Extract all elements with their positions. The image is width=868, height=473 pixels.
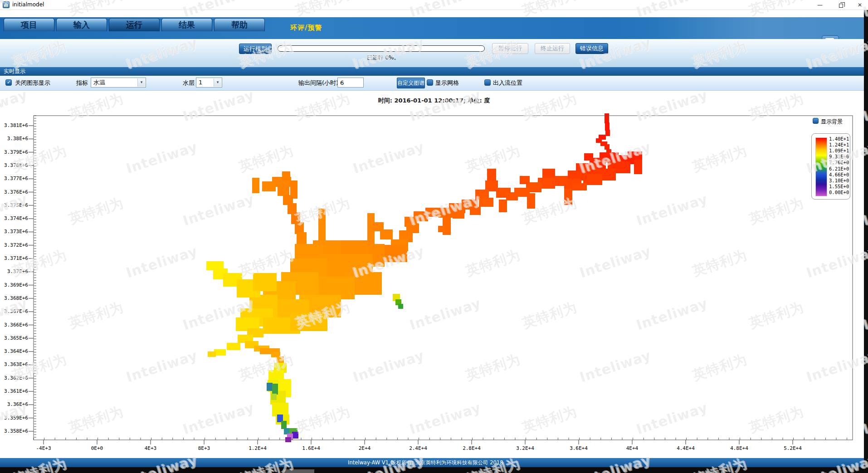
x-tick-label: 4E+3	[135, 445, 166, 451]
x-tick-label: 5.2E+4	[777, 445, 809, 451]
menu-ribbon: 项目输入运行结果帮助 环评/预警	[0, 17, 868, 39]
y-tick-label: 3.377E+6	[0, 176, 28, 181]
indicator-value: 水温	[93, 79, 105, 86]
inout-flow-label: 出入流位置	[493, 79, 522, 87]
y-tick-label: 3.366E+6	[0, 322, 28, 328]
legend-value-label: 9.31E+0	[829, 154, 850, 159]
status-copyright: 版权所有: 北京英特利为环境科技有限公司 2018	[391, 458, 503, 467]
legend-value-label: 3.10E+0	[829, 178, 850, 183]
heatmap-cells	[206, 113, 642, 442]
y-tick-label: 3.36E+6	[0, 401, 28, 407]
color-legend: 1.40E+11.24E+11.09E+19.31E+07.76E+06.21E…	[811, 133, 850, 200]
x-tick-label: 2E+4	[349, 445, 380, 451]
y-tick-label: 3.358E+6	[0, 428, 28, 434]
y-tick-label: 3.38E+6	[0, 136, 28, 141]
error-info-button[interactable]: 错误信息	[575, 43, 608, 54]
interval-input[interactable]	[337, 78, 364, 88]
y-tick-label: 3.362E+6	[0, 375, 28, 381]
tab-2[interactable]: 输入	[56, 18, 107, 31]
tab-4[interactable]: 结果	[161, 18, 212, 31]
restore-icon	[839, 4, 843, 8]
y-tick-label: 3.379E+6	[0, 149, 28, 155]
y-tick-label: 3.367E+6	[0, 308, 28, 314]
x-tick-label: 4.8E+4	[723, 445, 755, 451]
application-window: initialmodel — ✕ 项目输入运行结果帮助 环评/预警 运行模型 已…	[0, 0, 868, 473]
x-tick-label: 3.6E+4	[563, 445, 595, 451]
show-background-label: 显示背景	[821, 118, 843, 126]
status-bar: Intelway-AW V1.0 版权所有: 北京英特利为环境科技有限公司 20…	[0, 458, 868, 467]
close-button[interactable]: ✕	[852, 0, 868, 10]
x-tick-label: 1.2E+4	[242, 445, 273, 451]
interval-label: 输出间隔(小时)	[298, 79, 338, 87]
restore-button[interactable]	[831, 0, 851, 10]
y-tick-label: 3.364E+6	[0, 348, 28, 354]
run-model-button[interactable]: 运行模型	[239, 44, 272, 54]
chevron-down-icon: ▾	[137, 78, 145, 87]
close-graphics-label: 关闭图形显示	[15, 79, 50, 87]
x-tick-label: 4.4E+4	[670, 445, 702, 451]
layer-dropdown[interactable]: 1 ▾	[196, 78, 222, 88]
realtime-controls: 关闭图形显示 指标 水温 ▾ 水层 1 ▾ 输出间隔(小时) 自定义图谱 显示网…	[0, 76, 868, 91]
x-tick-label: 3.2E+4	[509, 445, 541, 451]
tab-1[interactable]: 项目	[4, 18, 54, 31]
legend-value-label: 7.76E+0	[829, 160, 850, 165]
y-tick-label: 3.376E+6	[0, 189, 28, 195]
layer-label: 水层	[183, 79, 195, 87]
x-tick-label: 8E+3	[188, 445, 220, 451]
y-tick-label: 3.37E+6	[0, 268, 28, 274]
y-tick-label: 3.368E+6	[0, 295, 28, 301]
y-tick-label: 3.378E+6	[0, 162, 28, 168]
window-title: initialmodel	[12, 1, 44, 8]
menu-strip	[0, 10, 868, 17]
run-toolbar: 运行模型 已运行 0%。 暂停运行 终止运行 错误信息	[0, 39, 868, 67]
title-bar: initialmodel — ✕	[0, 0, 868, 10]
right-edge	[864, 10, 868, 473]
y-tick-label: 3.373E+6	[0, 229, 28, 234]
y-tick-label: 3.369E+6	[0, 282, 28, 288]
y-tick-label: 3.375E+6	[0, 202, 28, 208]
y-tick-label: 3.372E+6	[0, 242, 28, 248]
y-tick-label: 3.365E+6	[0, 335, 28, 341]
indicator-dropdown[interactable]: 水温 ▾	[91, 78, 146, 88]
x-tick-label: 2.4E+4	[402, 445, 434, 451]
y-tick-label: 3.381E+6	[0, 122, 28, 128]
inout-flow-checkbox[interactable]	[484, 79, 491, 86]
legend-value-label: 1.09E+1	[829, 148, 850, 153]
layer-value: 1	[199, 79, 202, 86]
x-tick-label: 1.6E+4	[295, 445, 327, 451]
tab-env-warning[interactable]: 环评/预警	[290, 24, 322, 32]
app-logo-icon	[3, 1, 10, 8]
bottom-edge	[0, 467, 868, 473]
legend-value-label: 1.24E+1	[829, 142, 850, 147]
minimize-button[interactable]: —	[810, 0, 830, 10]
y-tick-label: 3.359E+6	[0, 415, 28, 421]
show-background-checkbox[interactable]	[813, 118, 819, 124]
close-icon: ✕	[858, 2, 862, 8]
legend-value-label: 6.21E+0	[829, 166, 850, 171]
tab-3[interactable]: 运行	[109, 18, 160, 31]
stop-run-button[interactable]: 终止运行	[535, 43, 570, 54]
x-tick-label: 0E+0	[81, 445, 113, 451]
legend-value-label: 0.00E+0	[829, 190, 850, 195]
show-grid-label: 显示网格	[435, 79, 459, 87]
tab-5[interactable]: 帮助	[214, 18, 265, 31]
minimize-icon: —	[817, 2, 823, 8]
close-graphics-checkbox[interactable]	[5, 79, 12, 86]
bottom-notch	[283, 469, 314, 473]
x-tick-label: -4E+3	[28, 445, 59, 451]
legend-value-label: 1.55E+0	[829, 184, 850, 189]
run-status-text: 已运行 0%。	[349, 54, 417, 62]
custom-legend-button[interactable]: 自定义图谱	[397, 78, 425, 88]
progress-bar	[278, 45, 485, 52]
show-grid-checkbox[interactable]	[427, 79, 433, 86]
legend-color-bar	[815, 137, 827, 196]
pause-run-button[interactable]: 暂停运行	[492, 43, 528, 54]
realtime-section-header: 实时显示	[0, 67, 868, 76]
chevron-down-icon: ▾	[214, 78, 221, 87]
x-tick-label: 4E+4	[616, 445, 648, 451]
y-tick-label: 3.361E+6	[0, 388, 28, 394]
map-chart-panel: 时间: 2016-01-01 12:00:17; 单位: 度 3.381E+63…	[0, 91, 868, 458]
legend-value-label: 4.66E+0	[829, 172, 850, 177]
status-version: Intelway-AW V1.0	[348, 458, 394, 467]
x-tick-label: 2.8E+4	[456, 445, 488, 451]
